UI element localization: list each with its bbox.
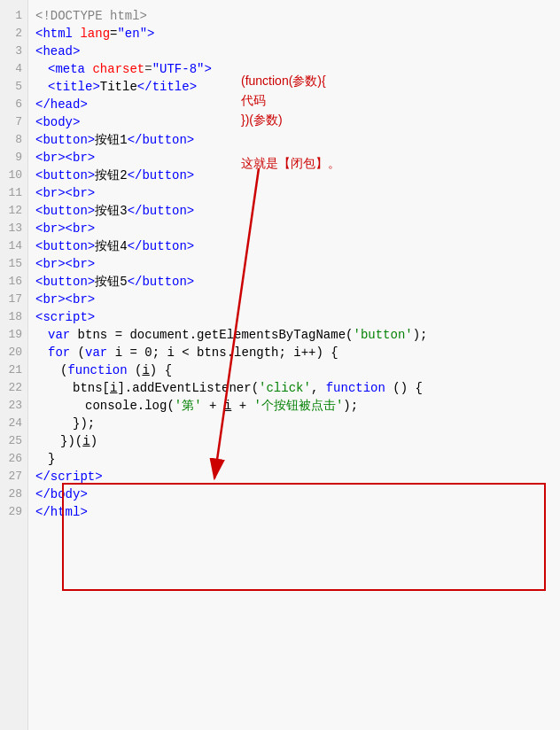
line-num-23: 23 <box>5 397 22 415</box>
doctype-tag: <!DOCTYPE html> <box>35 7 147 25</box>
editor-container: 1 2 3 4 5 6 7 8 9 10 11 12 13 14 15 16 1… <box>0 0 560 730</box>
line-num-26: 26 <box>5 450 22 468</box>
line-num-2: 2 <box>5 25 22 43</box>
annotation-line3: })(参数) <box>241 110 326 129</box>
line-num-24: 24 <box>5 415 22 432</box>
code-line-13: <br> <br> <box>35 220 560 237</box>
closure-annotation: (function(参数){ 代码 })(参数) <box>241 71 326 129</box>
line-num-3: 3 <box>5 43 22 60</box>
line-num-11: 11 <box>5 184 22 202</box>
line-num-21: 21 <box>5 361 22 379</box>
line-num-29: 29 <box>5 503 22 521</box>
code-line-21: ( function ( i ) { <box>35 361 560 379</box>
html-open-tag: <html <box>35 25 73 43</box>
code-line-8: <button> 按钮1 </button> <box>35 131 560 149</box>
lang-val: "en" <box>117 25 147 43</box>
code-line-2: <html lang = "en" > <box>35 25 560 43</box>
code-line-15: <br> <br> <box>35 255 560 273</box>
line-num-13: 13 <box>5 220 22 237</box>
code-line-1: <!DOCTYPE html> <box>35 7 560 25</box>
lang-attr: lang <box>80 25 110 43</box>
line-num-8: 8 <box>5 131 22 149</box>
line-num-10: 10 <box>5 167 22 184</box>
line-num-12: 12 <box>5 202 22 220</box>
annotation-line1: (function(参数){ <box>241 71 326 90</box>
code-line-19: var btns = document. getElementsByTagNam… <box>35 326 560 344</box>
head-open-tag: <head> <box>35 43 80 60</box>
code-line-28: </body> <box>35 485 560 503</box>
code-line-26: } <box>35 450 560 468</box>
line-num-25: 25 <box>5 432 22 450</box>
line-num-15: 15 <box>5 255 22 273</box>
code-line-3: <head> <box>35 43 560 60</box>
line-num-1: 1 <box>5 7 22 25</box>
line-num-28: 28 <box>5 485 22 503</box>
code-area[interactable]: <!DOCTYPE html> <html lang = "en" > <hea… <box>28 0 560 730</box>
line-num-9: 9 <box>5 149 22 167</box>
code-line-14: <button> 按钮4 </button> <box>35 237 560 255</box>
line-num-16: 16 <box>5 273 22 291</box>
line-num-22: 22 <box>5 379 22 397</box>
code-line-23: console. log ( '第' + i + '个按钮被点击' ); <box>35 397 560 415</box>
line-numbers: 1 2 3 4 5 6 7 8 9 10 11 12 13 14 15 16 1… <box>0 0 28 730</box>
code-line-12: <button> 按钮3 </button> <box>35 202 560 220</box>
line-num-14: 14 <box>5 237 22 255</box>
line-num-5: 5 <box>5 78 22 96</box>
annotation-line2: 代码 <box>241 90 326 110</box>
line-num-18: 18 <box>5 308 22 326</box>
closure-label: 这就是【闭包】。 <box>241 154 340 172</box>
code-line-16: <button> 按钮5 </button> <box>35 273 560 291</box>
line-num-17: 17 <box>5 291 22 308</box>
code-line-17: <br> <br> <box>35 291 560 308</box>
code-line-11: <br> <br> <box>35 184 560 202</box>
line-num-19: 19 <box>5 326 22 344</box>
code-line-25: })( i ) <box>35 432 560 450</box>
line-num-6: 6 <box>5 96 22 113</box>
code-line-24: }); <box>35 415 560 432</box>
code-line-20: for ( var i = 0; i < btns.length; i++) { <box>35 344 560 361</box>
line-num-20: 20 <box>5 344 22 361</box>
line-num-27: 27 <box>5 468 22 485</box>
code-line-29: </html> <box>35 503 560 521</box>
code-line-18: <script> <box>35 308 560 326</box>
line-num-4: 4 <box>5 60 22 78</box>
code-line-27: </script> <box>35 468 560 485</box>
line-num-7: 7 <box>5 113 22 131</box>
code-line-22: btns[ i ]. addEventListener ( 'click' , … <box>35 379 560 397</box>
